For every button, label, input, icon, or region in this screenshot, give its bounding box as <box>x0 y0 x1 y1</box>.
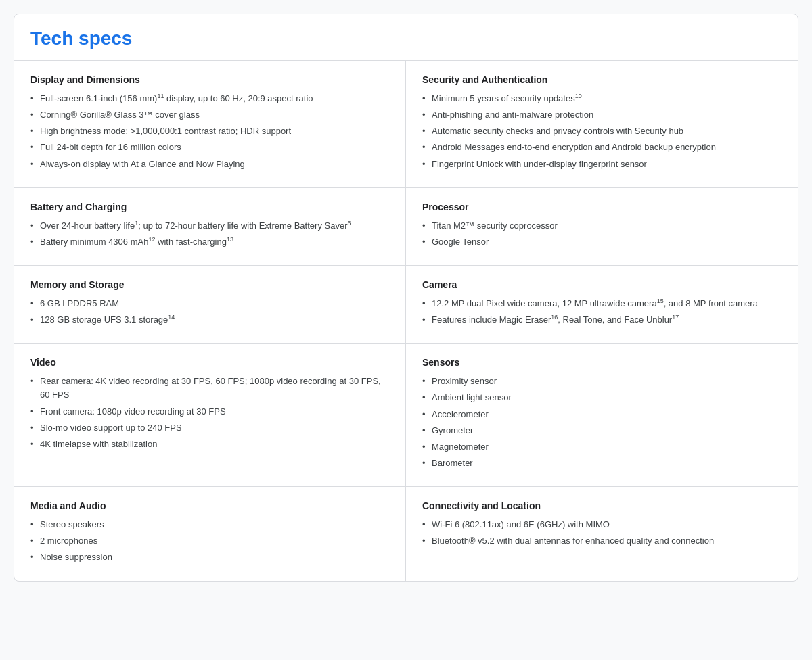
specs-grid: Display and DimensionsFull-screen 6.1-in… <box>14 61 798 581</box>
list-item: Full-screen 6.1-inch (156 mm)11 display,… <box>30 92 389 105</box>
spec-list-memory: 6 GB LPDDR5 RAM128 GB storage UFS 3.1 st… <box>30 297 389 327</box>
list-item: Fingerprint Unlock with under-display fi… <box>422 158 782 171</box>
list-item: Titan M2™ security coprocessor <box>422 219 782 233</box>
spec-category-camera: Camera <box>422 279 782 290</box>
spec-cell-sensors: SensorsProximity sensorAmbient light sen… <box>406 344 798 487</box>
list-item: 4K timelapse with stabilization <box>30 438 389 451</box>
spec-list-display: Full-screen 6.1-inch (156 mm)11 display,… <box>30 92 389 171</box>
spec-category-display: Display and Dimensions <box>30 74 389 85</box>
spec-category-security: Security and Authentication <box>422 74 782 85</box>
page-title: Tech specs <box>30 28 782 49</box>
list-item: Anti-phishing and anti-malware protectio… <box>422 108 782 122</box>
list-item: Over 24-hour battery life1; up to 72-hou… <box>30 219 389 233</box>
spec-cell-connectivity: Connectivity and LocationWi-Fi 6 (802.11… <box>406 487 798 580</box>
list-item: Android Messages end-to-end encryption a… <box>422 141 782 154</box>
spec-list-battery: Over 24-hour battery life1; up to 72-hou… <box>30 219 389 249</box>
spec-category-battery: Battery and Charging <box>30 202 389 212</box>
spec-list-processor: Titan M2™ security coprocessorGoogle Ten… <box>422 219 782 249</box>
spec-list-camera: 12.2 MP dual Pixel wide camera, 12 MP ul… <box>422 297 782 327</box>
list-item: Wi-Fi 6 (802.11ax) and 6E (6GHz) with MI… <box>422 518 782 532</box>
list-item: Magnetometer <box>422 440 782 454</box>
spec-cell-display: Display and DimensionsFull-screen 6.1-in… <box>14 61 406 188</box>
list-item: 6 GB LPDDR5 RAM <box>30 297 389 310</box>
spec-cell-processor: ProcessorTitan M2™ security coprocessorG… <box>406 188 798 266</box>
spec-list-connectivity: Wi-Fi 6 (802.11ax) and 6E (6GHz) with MI… <box>422 518 782 548</box>
list-item: Battery minimum 4306 mAh12 with fast-cha… <box>30 235 389 249</box>
list-item: Noise suppression <box>30 550 389 564</box>
list-item: Automatic security checks and privacy co… <box>422 124 782 138</box>
spec-list-media: Stereo speakers2 microphonesNoise suppre… <box>30 518 389 564</box>
list-item: Minimum 5 years of security updates10 <box>422 92 782 105</box>
spec-category-memory: Memory and Storage <box>30 279 389 290</box>
spec-cell-media: Media and AudioStereo speakers2 micropho… <box>14 487 406 580</box>
list-item: Rear camera: 4K video recording at 30 FP… <box>30 375 389 402</box>
spec-list-sensors: Proximity sensorAmbient light sensorAcce… <box>422 375 782 470</box>
spec-category-connectivity: Connectivity and Location <box>422 500 782 511</box>
spec-list-video: Rear camera: 4K video recording at 30 FP… <box>30 375 389 451</box>
spec-cell-battery: Battery and ChargingOver 24-hour battery… <box>14 188 406 266</box>
list-item: 128 GB storage UFS 3.1 storage14 <box>30 313 389 327</box>
list-item: Proximity sensor <box>422 375 782 388</box>
spec-category-processor: Processor <box>422 202 782 212</box>
list-item: Google Tensor <box>422 235 782 249</box>
list-item: High brightness mode: >1,000,000:1 contr… <box>30 124 389 138</box>
list-item: Slo-mo video support up to 240 FPS <box>30 421 389 435</box>
list-item: Barometer <box>422 456 782 470</box>
spec-category-video: Video <box>30 357 389 368</box>
tech-specs-card: Tech specs Display and DimensionsFull-sc… <box>14 14 798 582</box>
list-item: Features include Magic Eraser16, Real To… <box>422 313 782 327</box>
spec-cell-security: Security and AuthenticationMinimum 5 yea… <box>406 61 798 188</box>
list-item: Accelerometer <box>422 408 782 421</box>
spec-cell-camera: Camera12.2 MP dual Pixel wide camera, 12… <box>406 266 798 344</box>
list-item: 12.2 MP dual Pixel wide camera, 12 MP ul… <box>422 297 782 310</box>
spec-cell-memory: Memory and Storage6 GB LPDDR5 RAM128 GB … <box>14 266 406 344</box>
list-item: Bluetooth® v5.2 with dual antennas for e… <box>422 534 782 548</box>
spec-category-sensors: Sensors <box>422 357 782 368</box>
spec-category-media: Media and Audio <box>30 500 389 511</box>
list-item: Corning® Gorilla® Glass 3™ cover glass <box>30 108 389 122</box>
list-item: Full 24-bit depth for 16 million colors <box>30 141 389 154</box>
list-item: Always-on display with At a Glance and N… <box>30 158 389 171</box>
list-item: Front camera: 1080p video recording at 3… <box>30 405 389 419</box>
list-item: Ambient light sensor <box>422 391 782 404</box>
list-item: 2 microphones <box>30 534 389 548</box>
card-header: Tech specs <box>14 14 798 61</box>
spec-list-security: Minimum 5 years of security updates10Ant… <box>422 92 782 171</box>
list-item: Stereo speakers <box>30 518 389 532</box>
list-item: Gyrometer <box>422 424 782 438</box>
spec-cell-video: VideoRear camera: 4K video recording at … <box>14 344 406 487</box>
